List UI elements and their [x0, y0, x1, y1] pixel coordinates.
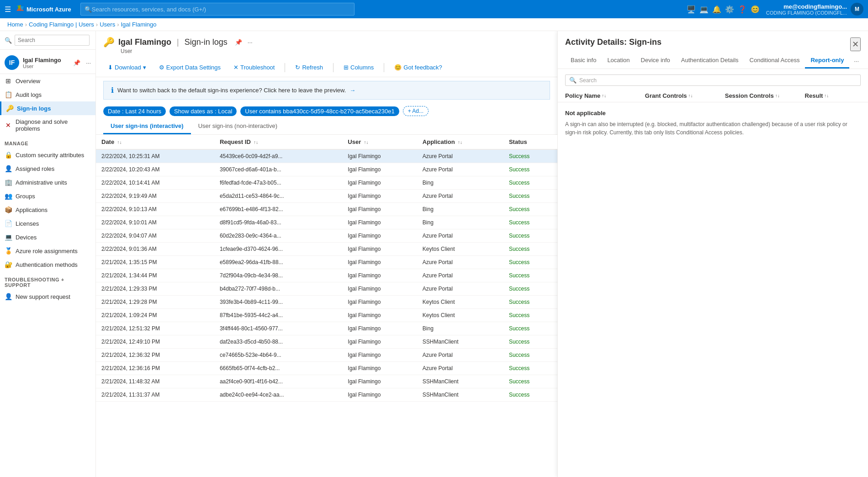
- table-row[interactable]: 2/21/2024, 12:36:16 PM 6665fb65-0f74-4cf…: [96, 362, 557, 375]
- sidebar-item-custom-security[interactable]: 🔒 Custom security attributes: [0, 148, 95, 162]
- sidebar-item-diagnose[interactable]: ✕ Diagnose and solve problems: [0, 115, 95, 135]
- panel-tab-report-only[interactable]: Report-only: [805, 53, 849, 69]
- sidebar-item-support[interactable]: 👤 New support request: [0, 290, 95, 303]
- table-row[interactable]: 2/21/2024, 1:29:28 PM 393fe3b4-0b89-4c11…: [96, 296, 557, 309]
- col-request-id[interactable]: Request ID ↑↓: [214, 135, 342, 149]
- table-row[interactable]: 2/21/2024, 12:49:10 PM daf2ea33-d5cd-4b5…: [96, 335, 557, 349]
- tab-non-interactive[interactable]: User sign-ins (non-interactive): [191, 119, 285, 134]
- date-filter-pill[interactable]: Date : Last 24 hours: [103, 106, 166, 116]
- add-filter-button[interactable]: + Ad...: [403, 106, 429, 116]
- sidebar-item-assigned-roles[interactable]: 👤 Assigned roles: [0, 162, 95, 175]
- panel-col-grant[interactable]: Grant Controls ↑↓: [645, 92, 725, 99]
- panel-tab-device[interactable]: Device info: [635, 53, 676, 69]
- feedback-button[interactable]: 😊 Got feedback?: [390, 62, 447, 73]
- col-user[interactable]: User ↑↓: [342, 135, 417, 149]
- col-status[interactable]: Status: [503, 135, 557, 149]
- table-row[interactable]: 2/22/2024, 10:20:43 AM 39067ced-d6a6-401…: [96, 163, 557, 176]
- cell-request-id: 87fb41be-5935-44c2-a4...: [214, 309, 342, 322]
- troubleshoot-button[interactable]: ✕ Troubleshoot: [229, 62, 279, 73]
- sidebar-item-audit-logs[interactable]: 📋 Audit logs: [0, 88, 95, 101]
- cell-request-id: daf2ea33-d5cd-4b50-88...: [214, 335, 342, 349]
- table-row[interactable]: 2/22/2024, 10:25:31 AM 45439ce6-0c09-4d2…: [96, 149, 557, 163]
- panel-search-input[interactable]: [579, 77, 857, 84]
- table-row[interactable]: 2/21/2024, 12:51:32 PM 3f4ff446-80c1-456…: [96, 322, 557, 335]
- table-row[interactable]: 2/22/2024, 9:01:36 AM 1cfeae9e-d370-4624…: [96, 243, 557, 256]
- manage-section-label: Manage: [0, 135, 95, 148]
- panel-table-header: Policy Name ↑↓ Grant Controls ↑↓ Session…: [558, 90, 868, 102]
- table-row[interactable]: 2/21/2024, 1:09:24 PM 87fb41be-5935-44c2…: [96, 309, 557, 322]
- page-pin-icon[interactable]: 📌: [235, 39, 242, 46]
- table-row[interactable]: 2/22/2024, 10:14:41 AM f6fedfad-fcde-47a…: [96, 176, 557, 190]
- table-row[interactable]: 2/21/2024, 11:31:37 AM adbe24c0-ee94-4ce…: [96, 388, 557, 402]
- sidebar-collapse-button[interactable]: 《: [92, 36, 96, 44]
- table-row[interactable]: 2/22/2024, 9:10:13 AM e67699b1-e486-4f13…: [96, 203, 557, 216]
- breadcrumb: Home › Coding Flamingo | Users › Users ›…: [0, 18, 868, 31]
- breadcrumb-home[interactable]: Home: [7, 21, 23, 28]
- info-link[interactable]: →: [349, 87, 355, 94]
- dates-filter-pill[interactable]: Show dates as : Local: [169, 106, 237, 116]
- breadcrumb-tenant[interactable]: Coding Flamingo | Users: [29, 21, 94, 28]
- table-row[interactable]: 2/22/2024, 9:04:07 AM 60d2e283-0e9c-4364…: [96, 229, 557, 243]
- bell-icon[interactable]: 🔔: [712, 5, 721, 14]
- download-button[interactable]: ⬇ Download ▾: [103, 62, 151, 73]
- settings-icon[interactable]: ⚙️: [725, 5, 734, 14]
- notifications-icon[interactable]: 🖥️: [687, 5, 696, 14]
- panel-tab-conditional-access[interactable]: Conditional Access: [744, 53, 805, 69]
- sidebar-item-devices[interactable]: 💻 Devices: [0, 230, 95, 244]
- cell-date: 2/22/2024, 10:20:43 AM: [96, 163, 214, 176]
- columns-button[interactable]: ⊞ Columns: [339, 62, 378, 73]
- cell-status: Success: [503, 309, 557, 322]
- panel-col-session[interactable]: Session Controls ↑↓: [725, 92, 805, 99]
- table-row[interactable]: 2/21/2024, 1:34:44 PM 7d2f904a-09cb-4e34…: [96, 269, 557, 282]
- user-avatar[interactable]: M: [851, 3, 863, 16]
- sort-app-icon: ↑↓: [458, 140, 462, 145]
- table-row[interactable]: 2/22/2024, 9:10:01 AM d8f91cd5-9fda-46a0…: [96, 216, 557, 229]
- refresh-button[interactable]: ↻ Refresh: [291, 62, 328, 73]
- pin-icon[interactable]: 📌: [73, 59, 80, 66]
- sidebar-item-azure-role[interactable]: 🏅 Azure role assignments: [0, 244, 95, 258]
- global-search-input[interactable]: [92, 6, 350, 13]
- cell-request-id: f6fedfad-fcde-47a3-b05...: [214, 176, 342, 190]
- sidebar-item-groups[interactable]: 👥 Groups: [0, 189, 95, 203]
- global-search[interactable]: 🔍: [80, 3, 355, 16]
- panel-col-policy[interactable]: Policy Name ↑↓: [565, 92, 645, 99]
- sort-request-icon: ↑↓: [254, 140, 258, 145]
- panel-close-button[interactable]: ✕: [850, 37, 861, 51]
- table-row[interactable]: 2/22/2024, 9:19:49 AM e5da2d11-ce53-4864…: [96, 190, 557, 203]
- feedback-icon: 😊: [394, 64, 402, 71]
- table-row[interactable]: 2/21/2024, 1:29:33 PM b4dba272-70f7-498d…: [96, 282, 557, 296]
- sidebar-item-overview[interactable]: ⊞ Overview: [0, 74, 95, 88]
- panel-tab-basic[interactable]: Basic info: [565, 53, 602, 69]
- col-date[interactable]: Date ↑↓: [96, 135, 214, 149]
- sort-result-icon: ↑↓: [824, 93, 829, 98]
- more-options-icon[interactable]: ···: [86, 59, 91, 66]
- col-application[interactable]: Application ↑↓: [417, 135, 503, 149]
- user-menu[interactable]: me@codingflamingo... CODING FLAMINGO (CO…: [766, 3, 847, 16]
- cell-user: Igal Flamingo: [342, 362, 417, 375]
- breadcrumb-users[interactable]: Users: [100, 21, 115, 28]
- table-row[interactable]: 2/21/2024, 12:36:32 PM ce74665b-523e-4b6…: [96, 349, 557, 362]
- panel-col-result[interactable]: Result ↑↓: [805, 92, 861, 99]
- sidebar-item-sign-in-logs[interactable]: 🔑 Sign-in logs: [0, 101, 95, 115]
- cell-application: Keytos Client: [417, 243, 503, 256]
- help-icon[interactable]: ❓: [738, 5, 747, 14]
- sidebar-item-licenses[interactable]: 📄 Licenses: [0, 217, 95, 230]
- sidebar-item-applications[interactable]: 📦 Applications: [0, 203, 95, 217]
- panel-tab-location[interactable]: Location: [602, 53, 635, 69]
- sidebar-item-auth-methods[interactable]: 🔐 Authentication methods: [0, 258, 95, 271]
- hamburger-menu[interactable]: ☰: [5, 5, 11, 14]
- panel-tab-auth-details[interactable]: Authentication Details: [676, 53, 744, 69]
- table-row[interactable]: 2/21/2024, 1:35:15 PM e5899ea2-96da-41fb…: [96, 256, 557, 269]
- tab-interactive[interactable]: User sign-ins (interactive): [103, 119, 191, 134]
- cloud-shell-icon[interactable]: 💻: [699, 5, 709, 14]
- table-row[interactable]: 2/21/2024, 11:48:32 AM aa2f4ce0-90f1-4f1…: [96, 375, 557, 388]
- sort-policy-icon: ↑↓: [602, 93, 606, 98]
- page-more-icon[interactable]: ···: [248, 39, 253, 46]
- sidebar-search-input[interactable]: [15, 35, 90, 46]
- export-settings-button[interactable]: ⚙ Export Data Settings: [154, 62, 225, 73]
- user-filter-pill[interactable]: User contains bba430cc-5d59-48cc-b270-ac…: [240, 106, 399, 116]
- feedback-icon[interactable]: 😊: [751, 5, 760, 14]
- sidebar-item-admin-units[interactable]: 🏢 Administrative units: [0, 175, 95, 189]
- breadcrumb-current[interactable]: Igal Flamingo: [121, 21, 157, 28]
- panel-tab-more-icon[interactable]: ···: [852, 58, 861, 64]
